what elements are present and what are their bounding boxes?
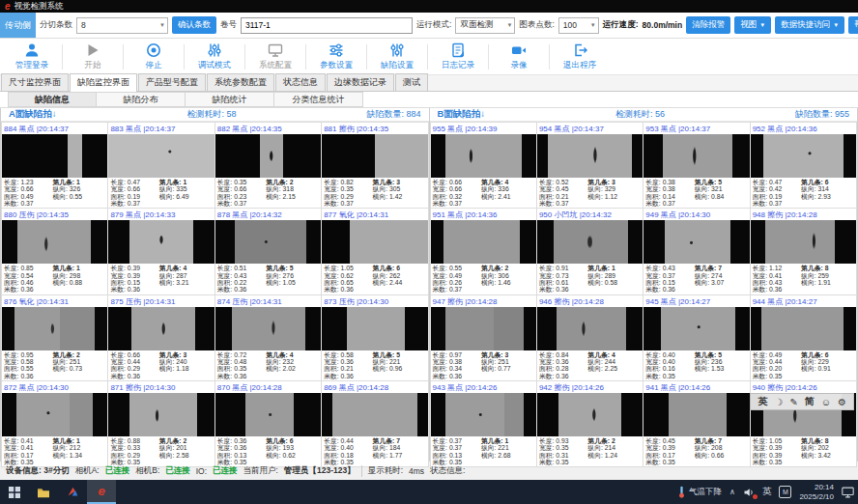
language-indicator[interactable]: 英 — [762, 486, 772, 498]
tray-overflow-button[interactable]: ∧ — [729, 488, 735, 496]
defect-thumbnail-cell[interactable]: 878 黑点 |20:14:32 长度: 0.51 宽度: 0.43 面积: 0… — [215, 209, 321, 294]
toolbar-button-system-config[interactable]: 系统配置 — [245, 42, 305, 71]
sub-tab-1[interactable]: 缺陷信息 — [8, 92, 97, 107]
remote-monitor-tray-icon[interactable] — [842, 487, 854, 498]
defect-thumbnail-cell[interactable]: 874 压伤 |20:14:31 长度: 0.72 宽度: 0.48 面积: 0… — [215, 295, 321, 380]
defect-metrics: 长度: 1.05 宽度: 0.62 面积: 0.65 米数: 0.36 第几条:… — [322, 264, 427, 294]
main-tab-6[interactable]: 边缘数据记录 — [327, 73, 394, 91]
toolbar-button-param-settings[interactable]: 参数设置 — [306, 42, 366, 71]
defect-thumbnail-cell[interactable]: 881 擦伤 |20:14:35 长度: 0.82 宽度: 0.35 面积: 0… — [322, 123, 427, 208]
defect-thumbnail-cell[interactable]: 955 黑点 |20:14:39 长度: 0.66 宽度: 0.66 面积: 0… — [431, 123, 536, 208]
sub-tab-2[interactable]: 缺陷分布 — [97, 92, 186, 107]
defect-thumbnail-cell[interactable]: 880 压伤 |20:14:35 长度: 0.85 宽度: 0.54 面积: 0… — [2, 209, 107, 294]
volume-tray-icon[interactable] — [743, 487, 755, 498]
defect-thumbnail-cell[interactable]: 877 氧化 |20:14:31 长度: 1.05 宽度: 0.62 面积: 0… — [322, 209, 427, 294]
data-quick-access-button[interactable]: 数据快捷访问▼ — [775, 16, 844, 34]
defect-image — [215, 307, 321, 350]
defect-strip-number: 第几条: 1 — [481, 437, 534, 444]
toolbar-button-start[interactable]: 开始 — [63, 42, 123, 71]
taskbar-clock[interactable]: 20:14 2025/2/10 — [799, 483, 834, 501]
defect-thumbnail-cell[interactable]: 946 擦伤 |20:14:28 长度: 0.84 宽度: 0.36 面积: 0… — [537, 295, 643, 380]
defect-thumbnail-cell[interactable]: 875 压伤 |20:14:31 长度: 0.66 宽度: 0.44 面积: 0… — [108, 295, 214, 380]
vsliders-icon — [389, 42, 405, 59]
defect-vertical-pos: 纵向: 326 — [52, 185, 105, 192]
defect-thumbnail-cell[interactable]: 882 黑点 |20:14:35 长度: 0.35 宽度: 0.66 面积: 0… — [215, 123, 321, 208]
defect-horizontal-pos: 横向: 2.93 — [801, 193, 854, 200]
toolbar-button-debug-mode[interactable]: 调试模式 — [185, 42, 244, 71]
defect-thumbnail-cell[interactable]: 945 黑点 |20:14:27 长度: 0.40 宽度: 0.40 面积: 0… — [644, 295, 749, 380]
defect-thumbnail-cell[interactable]: 884 黑点 |20:14:37 长度: 1.23 宽度: 0.66 面积: 0… — [2, 123, 107, 208]
start-button[interactable] — [0, 480, 29, 504]
roll-number-input[interactable] — [241, 17, 413, 34]
emoji-icon[interactable]: ☺ — [821, 397, 831, 407]
defect-metrics: 长度: 0.45 宽度: 0.39 面积: 0.17 米数: 0.35 第几条:… — [644, 436, 749, 466]
pen-icon[interactable]: ✎ — [789, 397, 797, 407]
defect-cell-header: 882 黑点 |20:14:35 — [215, 123, 321, 134]
roll-number-label: 卷号 — [220, 19, 237, 31]
defect-thumbnail-cell[interactable]: 943 黑点 |20:14:26 长度: 0.37 宽度: 0.37 面积: 0… — [431, 381, 536, 466]
defect-thumbnail-cell[interactable]: 952 黑点 |20:14:36 长度: 0.47 宽度: 0.42 面积: 0… — [751, 123, 856, 208]
toolbar-button-exit-program[interactable]: 退出程序 — [550, 42, 610, 71]
defect-thumbnail-cell[interactable]: 944 黑点 |20:14:27 长度: 0.49 宽度: 0.44 面积: 0… — [751, 295, 856, 380]
main-tab-2[interactable]: 缺陷监控界面 — [70, 73, 137, 92]
defect-thumbnail-cell[interactable]: 873 压伤 |20:14:30 长度: 0.58 宽度: 0.36 面积: 0… — [322, 295, 427, 380]
main-tab-5[interactable]: 状态信息 — [275, 73, 326, 91]
defect-metrics: 长度: 0.85 宽度: 0.54 面积: 0.46 米数: 0.36 第几条:… — [2, 264, 107, 294]
ime-simplified-toggle[interactable]: 简 — [805, 395, 815, 408]
sub-tab-4[interactable]: 分类信息统计 — [274, 92, 363, 107]
toolbar-button-admin-login[interactable]: 管理登录 — [2, 42, 62, 71]
defect-strip-number: 第几条: 7 — [373, 437, 426, 444]
ime-tray-icon[interactable]: M — [779, 486, 791, 498]
chart-points-select[interactable]: 100 ▼ — [558, 17, 599, 34]
moon-icon[interactable]: ☽ — [774, 397, 783, 407]
defect-thumbnail-cell[interactable]: 879 黑点 |20:14:33 长度: 0.39 宽度: 0.39 面积: 0… — [108, 209, 214, 294]
taskbar-app-secondary[interactable] — [58, 480, 87, 504]
defect-thumbnail-cell[interactable]: 950 小凹坑 |20:14:32 长度: 0.91 宽度: 0.73 面积: … — [537, 209, 643, 294]
defect-thumbnail-cell[interactable]: 941 黑点 |20:14:26 长度: 0.45 宽度: 0.39 面积: 0… — [644, 381, 749, 466]
defect-width: 宽度: 0.36 — [217, 444, 264, 451]
drive-side-button[interactable]: 传动侧 — [0, 13, 36, 39]
defect-thumbnail-cell[interactable]: 870 黑点 |20:14:28 长度: 0.36 宽度: 0.36 面积: 0… — [215, 381, 321, 466]
defect-thumbnail-cell[interactable]: 942 擦伤 |20:14:26 长度: 0.93 宽度: 0.35 面积: 0… — [537, 381, 643, 466]
help-menu-button[interactable]: 帮助▼ — [848, 16, 858, 34]
defect-thumbnail-cell[interactable]: 948 擦伤 |20:14:28 长度: 1.12 宽度: 0.41 面积: 0… — [751, 209, 856, 294]
speed-value: 80.0m/min — [643, 20, 683, 30]
taskbar-app-inspection-system[interactable]: e — [87, 480, 116, 504]
taskbar-app-file-explorer[interactable] — [29, 480, 58, 504]
defect-thumbnail-cell[interactable]: 883 黑点 |20:14:37 长度: 0.47 宽度: 0.66 面积: 0… — [108, 123, 214, 208]
main-tab-7[interactable]: 测试 — [395, 73, 428, 91]
view-menu-button[interactable]: 视图▼ — [734, 16, 771, 34]
sub-tab-3[interactable]: 缺陷统计 — [186, 92, 274, 107]
defect-area: 面积: 0.49 — [4, 193, 50, 200]
defect-width: 宽度: 0.39 — [645, 444, 692, 451]
defect-area: 面积: 0.21 — [324, 365, 370, 372]
defect-thumbnail-cell[interactable]: 949 黑点 |20:14:30 长度: 0.43 宽度: 0.37 面积: 0… — [644, 209, 749, 294]
toolbar-button-log-record[interactable]: 日志记录 — [428, 42, 488, 71]
split-count-select[interactable]: 8 ▼ — [76, 17, 168, 34]
defect-thumbnail-cell[interactable]: 953 黑点 |20:14:37 长度: 0.38 宽度: 0.38 面积: 0… — [644, 123, 749, 208]
run-mode-select[interactable]: 双面检测 ▼ — [455, 17, 515, 34]
defect-thumbnail-cell[interactable]: 876 氧化 |20:14:31 长度: 0.95 宽度: 0.58 面积: 0… — [2, 295, 107, 380]
defect-area: 面积: 0.15 — [645, 279, 692, 286]
defect-thumbnail-cell[interactable]: 869 黑点 |20:14:28 长度: 0.44 宽度: 0.40 面积: 0… — [322, 381, 427, 466]
defect-thumbnail-cell[interactable]: 954 黑点 |20:14:37 长度: 0.52 宽度: 0.45 面积: 0… — [537, 123, 643, 208]
clear-alarm-button[interactable]: 清除报警 — [686, 16, 730, 34]
defect-thumbnail-cell[interactable]: 947 擦伤 |20:14:28 长度: 0.97 宽度: 0.38 面积: 0… — [431, 295, 536, 380]
main-tab-4[interactable]: 系统参数配置 — [207, 73, 274, 91]
toolbar-button-video-record[interactable]: 录像 — [489, 42, 549, 71]
main-tab-1[interactable]: 尺寸监控界面 — [1, 73, 69, 91]
defect-thumbnail-cell[interactable]: 951 黑点 |20:14:36 长度: 0.55 宽度: 0.49 面积: 0… — [431, 209, 536, 294]
weather-tray-item[interactable]: 气温下降 — [677, 486, 722, 498]
defect-image — [537, 307, 643, 350]
toolbar-button-defect-settings[interactable]: 缺陷设置 — [367, 42, 427, 71]
defect-strip-number: 第几条: 5 — [373, 351, 426, 358]
defect-thumbnail-cell[interactable]: 872 黑点 |20:14:30 长度: 0.41 宽度: 0.41 面积: 0… — [2, 381, 107, 466]
toolbar-button-stop[interactable]: 停止 — [124, 42, 184, 71]
ime-english-toggle[interactable]: 英 — [758, 395, 767, 408]
defect-thumbnail-cell[interactable]: 871 擦伤 |20:14:30 长度: 0.88 宽度: 0.33 面积: 0… — [108, 381, 214, 466]
defect-width: 宽度: 0.66 — [217, 185, 264, 192]
defect-image — [644, 134, 749, 178]
main-tab-3[interactable]: 产品型号配置 — [138, 73, 206, 91]
confirm-count-button[interactable]: 确认条数 — [172, 16, 216, 34]
gear-icon[interactable]: ⚙ — [838, 397, 846, 407]
